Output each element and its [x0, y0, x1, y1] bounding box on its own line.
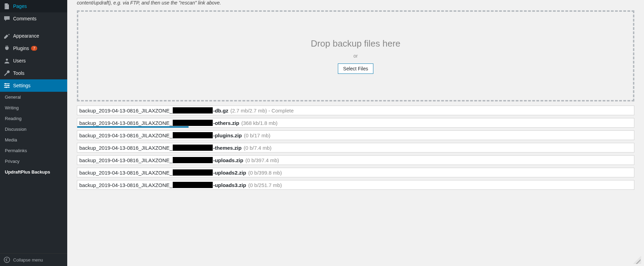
dropzone-or: or — [353, 53, 358, 59]
sidebar-item-label: Appearance — [13, 33, 39, 39]
file-suffix: -uploads3.zip — [213, 182, 246, 188]
redacted-segment — [173, 169, 213, 176]
sub-media[interactable]: Media — [0, 135, 67, 145]
file-suffix: -others.zip — [213, 120, 239, 126]
sidebar-item-label: Settings — [13, 83, 31, 88]
file-row[interactable]: backup_2019-04-13-0816_JILAXZONE_-others… — [77, 118, 634, 128]
file-suffix: -uploads2.zip — [213, 170, 246, 176]
file-prefix: backup_2019-04-13-0816_JILAXZONE_ — [79, 132, 172, 138]
redacted-segment — [173, 145, 213, 151]
file-suffix: -db.gz — [213, 108, 228, 114]
sidebar-item-label: Comments — [13, 16, 37, 21]
sidebar-item-users[interactable]: Users — [0, 55, 67, 67]
appearance-icon — [3, 32, 10, 39]
collapse-icon — [3, 256, 10, 263]
file-name: backup_2019-04-13-0816_JILAXZONE_-upload… — [79, 182, 246, 188]
dropzone[interactable]: Drop backup files here or Select Files — [77, 10, 634, 101]
dropzone-title: Drop backup files here — [311, 38, 400, 49]
sidebar-item-tools[interactable]: Tools — [0, 67, 67, 79]
svg-point-8 — [4, 257, 10, 263]
file-prefix: backup_2019-04-13-0816_JILAXZONE_ — [79, 182, 172, 188]
sub-writing[interactable]: Writing — [0, 102, 67, 113]
sidebar-item-label: Pages — [13, 3, 27, 9]
svg-point-7 — [6, 87, 7, 88]
file-name: backup_2019-04-13-0816_JILAXZONE_-upload… — [79, 157, 243, 163]
sidebar-item-appearance[interactable]: Appearance — [0, 30, 67, 42]
sub-reading[interactable]: Reading — [0, 113, 67, 124]
file-meta: (0 b/399.8 mb) — [248, 170, 282, 176]
file-name: backup_2019-04-13-0816_JILAXZONE_-db.gz — [79, 107, 228, 114]
redacted-segment — [173, 157, 213, 163]
sub-privacy[interactable]: Privacy — [0, 156, 67, 167]
file-meta: (368 kb/1.8 mb) — [241, 120, 278, 126]
main-content: content/updraft), e.g. via FTP, and then… — [67, 0, 644, 266]
select-files-button[interactable]: Select Files — [338, 63, 373, 74]
progress-bar — [77, 126, 189, 128]
collapse-menu[interactable]: Collapse menu — [0, 253, 67, 266]
corner-flag-icon[interactable] — [633, 256, 641, 264]
file-row[interactable]: backup_2019-04-13-0816_JILAXZONE_-plugin… — [77, 130, 634, 140]
admin-sidebar: Pages Comments Appearance Plugins 7 User… — [0, 0, 67, 266]
collapse-label: Collapse menu — [13, 257, 43, 263]
redacted-segment — [173, 107, 213, 114]
sidebar-item-pages[interactable]: Pages — [0, 0, 67, 12]
file-meta: (2.7 mb/2.7 mb) - Complete — [230, 108, 293, 114]
sub-updraftplus[interactable]: UpdraftPlus Backups — [0, 167, 67, 177]
file-row[interactable]: backup_2019-04-13-0816_JILAXZONE_-themes… — [77, 143, 634, 152]
sidebar-item-label: Tools — [13, 70, 24, 76]
redacted-segment — [173, 120, 213, 126]
file-suffix: -plugins.zip — [213, 132, 242, 138]
file-row[interactable]: backup_2019-04-13-0816_JILAXZONE_-upload… — [77, 168, 634, 177]
file-suffix: -uploads.zip — [213, 157, 243, 163]
file-name: backup_2019-04-13-0816_JILAXZONE_-upload… — [79, 169, 246, 176]
file-name: backup_2019-04-13-0816_JILAXZONE_-themes… — [79, 145, 242, 151]
file-meta: (0 b/397.4 mb) — [245, 157, 279, 163]
sidebar-item-plugins[interactable]: Plugins 7 — [0, 42, 67, 55]
file-name: backup_2019-04-13-0816_JILAXZONE_-plugin… — [79, 132, 242, 138]
file-prefix: backup_2019-04-13-0816_JILAXZONE_ — [79, 157, 172, 163]
file-row[interactable]: backup_2019-04-13-0816_JILAXZONE_-upload… — [77, 180, 634, 190]
users-icon — [3, 57, 10, 64]
file-row[interactable]: backup_2019-04-13-0816_JILAXZONE_-db.gz(… — [77, 106, 634, 115]
sidebar-item-comments[interactable]: Comments — [0, 12, 67, 25]
file-prefix: backup_2019-04-13-0816_JILAXZONE_ — [79, 145, 172, 151]
redacted-segment — [173, 182, 213, 188]
tools-icon — [3, 70, 10, 77]
plugins-badge: 7 — [31, 46, 37, 51]
file-meta: (0 b/251.7 mb) — [248, 182, 282, 188]
svg-point-6 — [8, 85, 9, 86]
svg-point-1 — [6, 59, 8, 61]
comments-icon — [3, 15, 10, 22]
pages-icon — [3, 3, 10, 10]
file-prefix: backup_2019-04-13-0816_JILAXZONE_ — [79, 108, 172, 114]
settings-icon — [3, 82, 10, 89]
sub-general[interactable]: General — [0, 92, 67, 102]
file-prefix: backup_2019-04-13-0816_JILAXZONE_ — [79, 170, 172, 176]
hint-text: content/updraft), e.g. via FTP, and then… — [77, 0, 634, 6]
svg-point-5 — [5, 83, 6, 85]
file-meta: (0 b/17 mb) — [244, 132, 271, 138]
sub-permalinks[interactable]: Permalinks — [0, 145, 67, 156]
file-prefix: backup_2019-04-13-0816_JILAXZONE_ — [79, 120, 172, 126]
redacted-segment — [173, 132, 213, 138]
sidebar-item-settings[interactable]: Settings — [0, 79, 67, 92]
sub-discussion[interactable]: Discussion — [0, 124, 67, 135]
file-row[interactable]: backup_2019-04-13-0816_JILAXZONE_-upload… — [77, 155, 634, 165]
file-name: backup_2019-04-13-0816_JILAXZONE_-others… — [79, 120, 239, 126]
sidebar-item-label: Users — [13, 58, 26, 63]
plugins-icon — [3, 45, 10, 52]
sidebar-item-label: Plugins — [13, 46, 29, 51]
file-meta: (0 b/7.4 mb) — [244, 145, 272, 151]
file-suffix: -themes.zip — [213, 145, 242, 151]
